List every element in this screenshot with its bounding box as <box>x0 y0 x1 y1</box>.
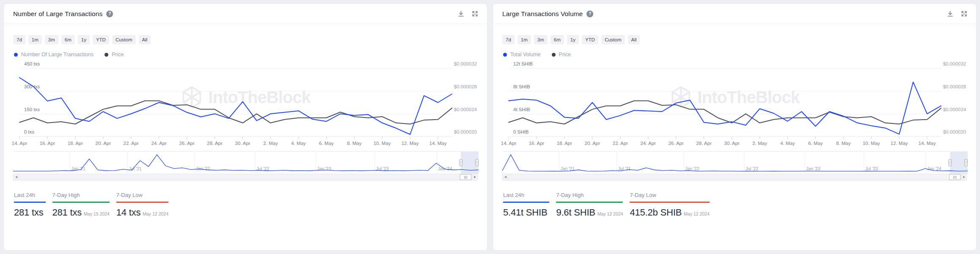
left-axis-label: 4t SHIB <box>513 107 530 112</box>
panel-header: Number of Large Transactions ? <box>4 4 487 24</box>
stat-value: 281 txs <box>52 207 82 218</box>
stat-date: May 15 2024 <box>84 211 110 216</box>
panel-title: Large Transactions Volume <box>502 10 583 18</box>
scrollbar-thumb[interactable] <box>949 174 961 180</box>
main-chart-area: IntoTheBlock 450 txs$0.000032300 txs$0.0… <box>13 62 479 146</box>
stat-7-day-low: 7-Day Low 14 txs May 12 2024 <box>116 192 168 218</box>
scrollbar-right-arrow-icon[interactable] <box>961 174 966 180</box>
x-axis-label: 16. Apr <box>40 141 55 146</box>
right-axis-label: $0.000024 <box>943 107 966 112</box>
legend-item-price[interactable]: Price <box>105 52 124 57</box>
series-line-total-volume <box>509 82 941 134</box>
range-button-7d[interactable]: 7d <box>13 35 25 44</box>
navigator-chart[interactable]: Jan '21Jul '21Jan '22Jul '22Jan '23Jul '… <box>13 152 479 174</box>
stat-7-day-high: 7-Day High 9.6t SHIB May 13 2024 <box>556 192 623 218</box>
stat-7-day-low: 7-Day Low 415.2b SHIB May 12 2024 <box>630 192 709 218</box>
navigator: Jan '21Jul '21Jan '22Jul '22Jan '23Jul '… <box>502 151 967 174</box>
legend-item-total-volume[interactable]: Total Volume <box>503 52 541 57</box>
series-line-number-of-large-transactions <box>19 78 452 135</box>
panel-title: Number of Large Transactions <box>13 10 102 18</box>
x-axis-label: 24. Apr <box>151 141 167 146</box>
legend-dot-icon <box>503 53 507 57</box>
x-axis-label: 2. May <box>752 141 767 146</box>
panel-header: Large Transactions Volume ? <box>493 4 976 24</box>
scrollbar-thumb[interactable] <box>460 174 471 180</box>
x-axis-label: 18. Apr <box>557 141 573 146</box>
navigator-label: Jul '23 <box>865 166 878 171</box>
x-axis-label: 8. May <box>836 141 851 146</box>
stat-label: 7-Day High <box>556 192 623 203</box>
x-axis-label: 14. May <box>919 141 936 146</box>
range-button-custom[interactable]: Custom <box>601 35 625 44</box>
stat-label: Last 24h <box>503 192 549 203</box>
range-button-all[interactable]: All <box>628 35 640 44</box>
range-button-ytd[interactable]: YTD <box>93 35 109 44</box>
download-icon[interactable] <box>947 10 954 17</box>
range-button-6m[interactable]: 6m <box>551 35 564 44</box>
x-axis-label: 16. Apr <box>529 141 545 146</box>
navigator-handle[interactable] <box>460 159 462 166</box>
x-axis-label: 6. May <box>808 141 823 146</box>
navigator-handle[interactable] <box>949 159 952 166</box>
navigator-scrollbar[interactable] <box>13 174 478 180</box>
x-axis-label: 6. May <box>319 141 334 146</box>
x-axis-label: 30. Apr <box>724 141 740 146</box>
navigator-scrollbar[interactable] <box>502 174 967 180</box>
x-axis-label: 4. May <box>780 141 795 146</box>
range-button-custom[interactable]: Custom <box>112 35 136 44</box>
legend-dot-icon <box>14 53 18 57</box>
main-chart[interactable]: 450 txs$0.000032300 txs$0.000028150 txs$… <box>13 62 479 146</box>
scrollbar-left-arrow-icon[interactable] <box>14 174 19 180</box>
right-axis-label: $0.000020 <box>454 129 477 134</box>
stat-last-24h: Last 24h 5.41t SHIB <box>503 192 549 218</box>
time-range-selector: 7d 1m 3m 6m 1y YTD Custom All <box>13 35 487 44</box>
help-icon[interactable]: ? <box>106 11 113 17</box>
left-axis-label: 12t SHIB <box>513 61 533 66</box>
expand-icon[interactable] <box>471 10 479 17</box>
expand-icon[interactable] <box>961 10 968 17</box>
stat-label: 7-Day Low <box>116 192 168 203</box>
series-line-price <box>509 101 941 124</box>
main-chart-area: IntoTheBlock 12t SHIB$0.0000328t SHIB$0.… <box>502 62 968 146</box>
range-button-1m[interactable]: 1m <box>518 35 531 44</box>
left-axis-label: 300 txs <box>24 84 40 89</box>
navigator-handle[interactable] <box>965 159 968 166</box>
x-axis-label: 14. Apr <box>501 141 517 146</box>
download-icon[interactable] <box>457 10 465 17</box>
range-button-1y[interactable]: 1y <box>567 35 579 44</box>
x-axis-label: 14. Apr <box>12 141 28 146</box>
navigator-handle[interactable] <box>476 159 479 166</box>
range-button-3m[interactable]: 3m <box>45 35 58 44</box>
help-icon[interactable]: ? <box>586 11 593 17</box>
stat-7-day-high: 7-Day High 281 txs May 15 2024 <box>52 192 110 218</box>
x-axis-label: 18. Apr <box>68 141 83 146</box>
left-axis-label: 150 txs <box>24 107 40 112</box>
x-axis-label: 2. May <box>263 141 278 146</box>
scrollbar-right-arrow-icon[interactable] <box>472 174 477 180</box>
right-axis-label: $0.000020 <box>943 129 966 134</box>
range-button-3m[interactable]: 3m <box>534 35 548 44</box>
legend-item-transactions[interactable]: Number Of Large Transactions <box>14 52 94 57</box>
legend-dot-icon <box>105 53 108 57</box>
stat-date: May 12 2024 <box>684 211 710 216</box>
right-axis-label: $0.000028 <box>454 84 477 89</box>
legend-label: Price <box>559 52 571 57</box>
range-button-ytd[interactable]: YTD <box>582 35 598 44</box>
range-button-6m[interactable]: 6m <box>61 35 75 44</box>
range-button-1y[interactable]: 1y <box>78 35 90 44</box>
time-range-selector: 7d 1m 3m 6m 1y YTD Custom All <box>502 35 976 44</box>
legend-dot-icon <box>552 53 556 57</box>
chart-legend: Total Volume Price <box>503 52 976 57</box>
x-axis-label: 26. Apr <box>179 141 195 146</box>
range-button-7d[interactable]: 7d <box>502 35 515 44</box>
x-axis-label: 28. Apr <box>696 141 712 146</box>
main-chart[interactable]: 12t SHIB$0.0000328t SHIB$0.0000284t SHIB… <box>502 62 968 146</box>
panel-number-of-large-transactions: Number of Large Transactions ? 7d 1m 3m … <box>3 3 487 251</box>
legend-item-price[interactable]: Price <box>552 52 571 57</box>
stat-label: Last 24h <box>14 192 46 203</box>
scrollbar-left-arrow-icon[interactable] <box>503 174 508 180</box>
navigator-chart[interactable]: Jan '21Jul '21Jan '22Jul '22Jan '23Jul '… <box>502 152 968 174</box>
range-button-1m[interactable]: 1m <box>28 35 42 44</box>
range-button-all[interactable]: All <box>139 35 151 44</box>
x-axis-label: 22. Apr <box>124 141 139 146</box>
